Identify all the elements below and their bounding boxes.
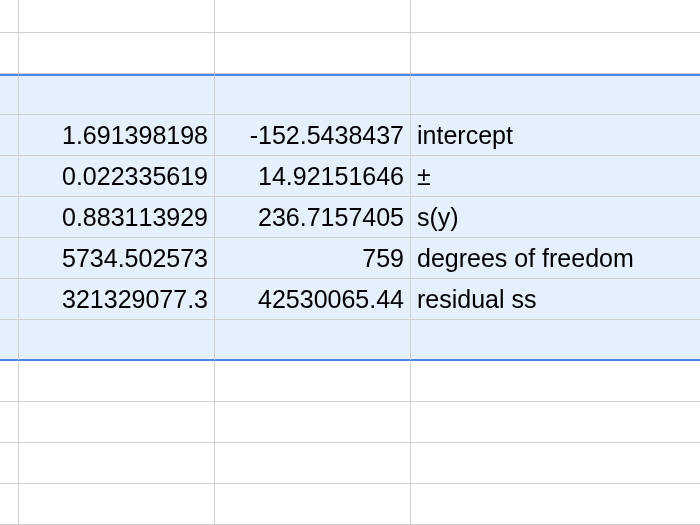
cell-C-3[interactable]: -152.5438437 — [215, 115, 411, 156]
cell-C-10[interactable] — [215, 402, 411, 443]
cell-B-6[interactable]: 5734.502573 — [19, 238, 215, 279]
cell-C-1[interactable] — [215, 33, 411, 74]
cell-A-9[interactable] — [0, 361, 19, 402]
cell-D-5[interactable]: s(y) — [411, 197, 700, 238]
cell-B-0[interactable] — [19, 0, 215, 33]
cell-B-12[interactable] — [19, 484, 215, 525]
cell-D-8[interactable] — [411, 320, 700, 361]
cell-A-2[interactable] — [0, 74, 19, 115]
cell-A-4[interactable] — [0, 156, 19, 197]
cell-C-11[interactable] — [215, 443, 411, 484]
cell-B-2[interactable] — [19, 74, 215, 115]
cell-D-3[interactable]: intercept — [411, 115, 700, 156]
cell-A-6[interactable] — [0, 238, 19, 279]
cell-B-10[interactable] — [19, 402, 215, 443]
cell-C-9[interactable] — [215, 361, 411, 402]
cell-A-3[interactable] — [0, 115, 19, 156]
cell-A-11[interactable] — [0, 443, 19, 484]
cell-C-6[interactable]: 759 — [215, 238, 411, 279]
cell-C-8[interactable] — [215, 320, 411, 361]
cell-D-2[interactable] — [411, 74, 700, 115]
cell-D-0[interactable] — [411, 0, 700, 33]
cell-A-5[interactable] — [0, 197, 19, 238]
cell-A-1[interactable] — [0, 33, 19, 74]
cell-D-6[interactable]: degrees of freedom — [411, 238, 700, 279]
cell-D-9[interactable] — [411, 361, 700, 402]
cell-D-10[interactable] — [411, 402, 700, 443]
cell-D-7[interactable]: residual ss — [411, 279, 700, 320]
cell-A-10[interactable] — [0, 402, 19, 443]
spreadsheet-viewport[interactable]: 1.691398198-152.5438437intercept0.022335… — [0, 0, 700, 525]
cell-B-3[interactable]: 1.691398198 — [19, 115, 215, 156]
cell-D-1[interactable] — [411, 33, 700, 74]
cell-B-8[interactable] — [19, 320, 215, 361]
cell-B-9[interactable] — [19, 361, 215, 402]
cell-B-1[interactable] — [19, 33, 215, 74]
cell-C-5[interactable]: 236.7157405 — [215, 197, 411, 238]
cell-B-5[interactable]: 0.883113929 — [19, 197, 215, 238]
cell-C-2[interactable] — [215, 74, 411, 115]
cell-B-4[interactable]: 0.022335619 — [19, 156, 215, 197]
cell-B-11[interactable] — [19, 443, 215, 484]
cell-D-12[interactable] — [411, 484, 700, 525]
cell-C-0[interactable] — [215, 0, 411, 33]
cell-A-0[interactable] — [0, 0, 19, 33]
cell-D-11[interactable] — [411, 443, 700, 484]
cell-C-4[interactable]: 14.92151646 — [215, 156, 411, 197]
cell-C-7[interactable]: 42530065.44 — [215, 279, 411, 320]
cell-A-8[interactable] — [0, 320, 19, 361]
cell-A-7[interactable] — [0, 279, 19, 320]
cell-B-7[interactable]: 321329077.3 — [19, 279, 215, 320]
cell-A-12[interactable] — [0, 484, 19, 525]
cell-C-12[interactable] — [215, 484, 411, 525]
cell-D-4[interactable]: ± — [411, 156, 700, 197]
